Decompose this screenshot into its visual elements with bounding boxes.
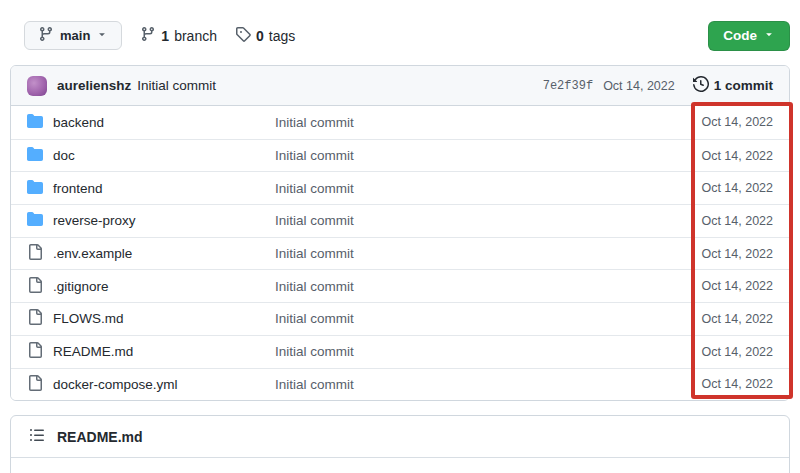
commit-date-cell: Oct 14, 2022 <box>653 312 773 326</box>
file-name-cell: .gitignore <box>27 277 275 296</box>
commit-message-link[interactable]: Initial commit <box>137 78 216 93</box>
code-button-label: Code <box>723 28 757 43</box>
file-browser-panel: aurelienshz Initial commit 7e2f39f Oct 1… <box>10 65 790 401</box>
chevron-down-icon <box>763 28 775 43</box>
file-icon <box>27 342 43 361</box>
file-name-link[interactable]: docker-compose.yml <box>53 377 178 392</box>
tag-count-label: tags <box>269 28 295 44</box>
file-icon <box>27 244 43 263</box>
commit-date: Oct 14, 2022 <box>603 79 675 93</box>
table-row: backend Initial commit Oct 14, 2022 <box>11 106 789 139</box>
repo-stats: 1 branch 0 tags <box>140 26 295 45</box>
folder-icon <box>27 179 43 198</box>
readme-title[interactable]: README.md <box>57 429 143 445</box>
file-name-cell: .env.example <box>27 244 275 263</box>
branches-link[interactable]: 1 branch <box>140 26 217 45</box>
git-branch-icon <box>140 26 156 45</box>
file-name-cell: README.md <box>27 342 275 361</box>
table-row: docker-compose.yml Initial commit Oct 14… <box>11 368 789 401</box>
file-name-cell: frontend <box>27 179 275 198</box>
commit-message-cell[interactable]: Initial commit <box>275 213 653 228</box>
file-name-link[interactable]: backend <box>53 115 104 130</box>
table-row: README.md Initial commit Oct 14, 2022 <box>11 335 789 368</box>
file-name-link[interactable]: .env.example <box>53 246 132 261</box>
repo-toolbar: main 1 branch 0 tags Code <box>10 20 790 51</box>
file-name-link[interactable]: FLOWS.md <box>53 311 124 326</box>
table-row: FLOWS.md Initial commit Oct 14, 2022 <box>11 302 789 335</box>
folder-icon <box>27 211 43 230</box>
git-branch-icon <box>38 26 54 45</box>
commit-message-cell[interactable]: Initial commit <box>275 148 653 163</box>
commit-message-cell[interactable]: Initial commit <box>275 311 653 326</box>
commit-date-cell: Oct 14, 2022 <box>653 377 773 391</box>
branch-selector-button[interactable]: main <box>24 21 122 50</box>
commit-date-cell: Oct 14, 2022 <box>653 115 773 129</box>
folder-icon <box>27 113 43 132</box>
commit-meta: 7e2f39f Oct 14, 2022 1 commit <box>543 76 773 95</box>
file-icon <box>27 375 43 394</box>
commit-message-cell[interactable]: Initial commit <box>275 115 653 130</box>
branch-name-label: main <box>60 28 90 43</box>
commit-hash-link[interactable]: 7e2f39f <box>543 79 593 93</box>
file-name-link[interactable]: doc <box>53 148 75 163</box>
commit-message-cell[interactable]: Initial commit <box>275 279 653 294</box>
commit-date-cell: Oct 14, 2022 <box>653 247 773 261</box>
branch-count: 1 <box>161 28 169 44</box>
readme-header: README.md <box>11 416 789 458</box>
file-name-link[interactable]: frontend <box>53 181 103 196</box>
history-icon <box>693 76 709 95</box>
table-row: .gitignore Initial commit Oct 14, 2022 <box>11 269 789 302</box>
commit-count-label: 1 commit <box>714 78 773 93</box>
file-name-cell: backend <box>27 113 275 132</box>
latest-commit-bar: aurelienshz Initial commit 7e2f39f Oct 1… <box>11 66 789 106</box>
commit-date-cell: Oct 14, 2022 <box>653 214 773 228</box>
commit-history-link[interactable]: 1 commit <box>693 76 773 95</box>
table-row: doc Initial commit Oct 14, 2022 <box>11 139 789 172</box>
file-name-cell: FLOWS.md <box>27 309 275 328</box>
file-icon <box>27 277 43 296</box>
commit-message-cell[interactable]: Initial commit <box>275 246 653 261</box>
file-name-link[interactable]: reverse-proxy <box>53 213 136 228</box>
file-list: backend Initial commit Oct 14, 2022 doc … <box>11 106 789 400</box>
commit-message-cell[interactable]: Initial commit <box>275 181 653 196</box>
file-name-link[interactable]: .gitignore <box>53 279 109 294</box>
list-unordered-icon[interactable] <box>29 427 45 446</box>
table-row: frontend Initial commit Oct 14, 2022 <box>11 171 789 204</box>
code-button[interactable]: Code <box>708 21 790 51</box>
commit-date-cell: Oct 14, 2022 <box>653 181 773 195</box>
table-row: reverse-proxy Initial commit Oct 14, 202… <box>11 204 789 237</box>
commit-message-cell[interactable]: Initial commit <box>275 377 653 392</box>
file-name-cell: reverse-proxy <box>27 211 275 230</box>
commit-author-link[interactable]: aurelienshz <box>57 78 131 93</box>
commit-date-cell: Oct 14, 2022 <box>653 345 773 359</box>
commit-date-cell: Oct 14, 2022 <box>653 279 773 293</box>
branch-count-label: branch <box>174 28 217 44</box>
table-row: .env.example Initial commit Oct 14, 2022 <box>11 237 789 270</box>
readme-panel: README.md <box>10 415 790 473</box>
tag-count: 0 <box>256 28 264 44</box>
tags-link[interactable]: 0 tags <box>235 26 295 45</box>
file-name-cell: docker-compose.yml <box>27 375 275 394</box>
tag-icon <box>235 26 251 45</box>
chevron-down-icon <box>96 28 108 43</box>
commit-message-cell[interactable]: Initial commit <box>275 344 653 359</box>
folder-icon <box>27 146 43 165</box>
file-name-link[interactable]: README.md <box>53 344 133 359</box>
file-icon <box>27 309 43 328</box>
file-name-cell: doc <box>27 146 275 165</box>
commit-date-cell: Oct 14, 2022 <box>653 149 773 163</box>
avatar[interactable] <box>27 76 47 96</box>
